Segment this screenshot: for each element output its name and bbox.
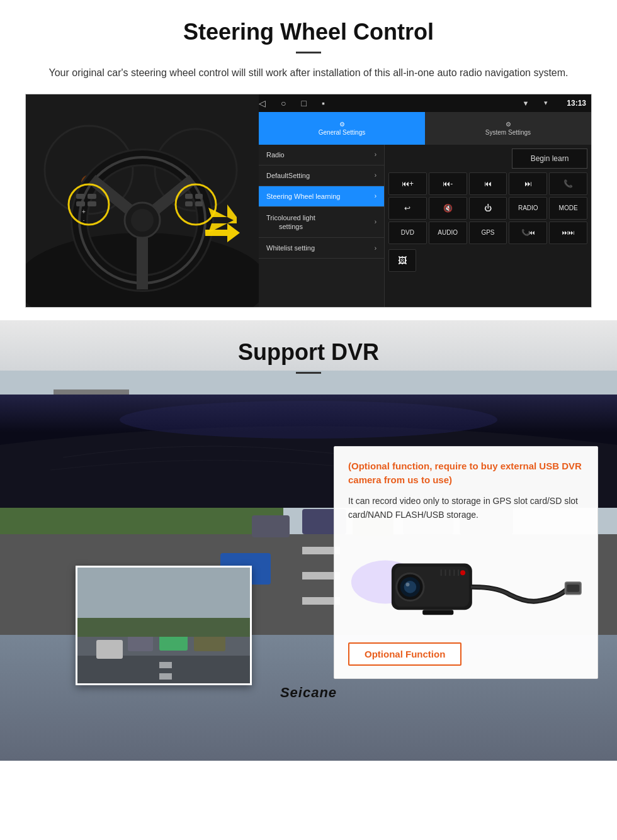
signal-icon: ▼ [522,99,529,107]
back-nav-icon[interactable]: ◁ [259,98,266,108]
menu-item-radio[interactable]: Radio › [259,145,384,165]
svg-rect-14 [76,194,85,199]
ctrl-btn-extra[interactable]: 🖼 [388,249,416,272]
svg-rect-64 [567,585,579,592]
settings-menu-panel: Radio › DefaultSetting › Steering Wheel … [259,145,385,307]
menu-item-whitelist-setting[interactable]: Whitelist setting › [259,238,384,259]
ctrl-btn-dvd[interactable]: DVD [388,221,427,244]
svg-rect-48 [194,636,225,651]
tab-system-settings[interactable]: ⚙ System Settings [425,112,591,145]
svg-text:+: + [82,208,86,215]
svg-rect-16 [76,201,85,206]
ctrl-btn-call-prev[interactable]: 📞⏮ [509,221,547,244]
svg-rect-15 [88,194,96,199]
svg-rect-49 [96,640,123,659]
general-settings-label: General Settings [319,129,366,136]
home-nav-icon[interactable]: ○ [281,98,286,108]
settings-tabs: ⚙ General Settings ⚙ System Settings [259,112,591,145]
begin-learn-row: Begin learn [388,148,587,169]
dvr-description: It can record video only to storage in G… [348,494,584,522]
menu-item-steering-wheel-learning[interactable]: Steering Wheel learning › [259,186,384,207]
svg-rect-24 [195,201,203,206]
ctrl-btn-gps[interactable]: GPS [469,221,507,244]
chevron-icon: › [375,172,376,179]
svg-rect-50 [77,618,252,637]
svg-rect-45 [159,673,172,680]
button-panel: Begin learn ⏮+ ⏮- ⏮ ⏭ 📞 ↩ 🔇 ⏻ RADIO MODE [385,145,591,307]
dvr-info-box: (Optional function, require to buy exter… [334,446,598,680]
system-settings-label: System Settings [485,129,531,136]
menu-item-tricoloured-light[interactable]: Tricoloured lightsettings › [259,207,384,238]
svg-point-56 [404,581,417,593]
ctrl-btn-next[interactable]: ⏭ [509,172,547,195]
seicane-brand: Seicane [280,685,337,701]
menu-item-default-setting[interactable]: DefaultSetting › [259,165,384,186]
dashboard-reflection [0,395,617,432]
android-ui-panel: ◁ ○ □ ▪ ▼ ▾ 13:13 ⚙ General Settings ⚙ S… [259,94,591,307]
optional-function-button[interactable]: Optional Function [348,642,461,666]
dvr-inset-svg [77,568,252,685]
dvr-title: Support DVR [25,339,592,366]
ctrl-btn-mute[interactable]: 🔇 [429,197,467,220]
ctrl-btn-fast-fwd[interactable]: ⏭⏭ [549,221,587,244]
svg-rect-35 [252,515,290,537]
steering-section: Steering Wheel Control Your original car… [0,0,617,320]
dvr-inset-screenshot [76,566,252,685]
svg-rect-23 [185,201,193,206]
tab-general-settings[interactable]: ⚙ General Settings [259,112,425,145]
svg-point-12 [131,209,154,232]
svg-rect-44 [159,662,172,668]
svg-rect-17 [88,201,96,206]
icon-row: 🖼 [388,249,587,272]
steering-wheel-image: + - [26,94,259,308]
svg-point-57 [406,583,410,586]
svg-rect-21 [185,194,193,199]
ctrl-btn-vol-down[interactable]: ⏮- [429,172,467,195]
ctrl-btn-audio[interactable]: AUDIO [429,221,467,244]
ctrl-btn-vol-up[interactable]: ⏮+ [388,172,427,195]
dvr-title-area: Support DVR [0,320,617,395]
steering-description: Your original car's steering wheel contr… [38,65,579,81]
nav-bar: ◁ ○ □ ▪ ▼ ▾ 13:13 [259,94,591,112]
title-divider [296,52,321,53]
menu-nav-icon[interactable]: ▪ [322,98,325,108]
chevron-icon: › [375,218,376,225]
dvr-divider [296,372,321,374]
svg-text:-: - [83,217,85,223]
status-time: 13:13 [567,99,586,108]
chevron-icon: › [375,151,376,158]
general-settings-icon: ⚙ [339,121,345,128]
ctrl-btn-power[interactable]: ⏻ [469,197,507,220]
optional-function-button-container: Optional Function [348,642,584,666]
svg-rect-43 [77,656,252,685]
wifi-icon: ▾ [544,99,548,107]
ctrl-btn-back[interactable]: ↩ [388,197,427,220]
dvr-section: Support DVR (Optional function, require … [0,320,617,761]
begin-learn-button[interactable]: Begin learn [512,148,587,169]
steering-composite: + - ◁ ○ □ ▪ ▼ [25,94,592,308]
chevron-icon: › [375,193,376,199]
dvr-camera-illustration [348,532,584,632]
menu-buttons-row: Radio › DefaultSetting › Steering Wheel … [259,145,591,307]
system-settings-icon: ⚙ [506,121,511,128]
page-title: Steering Wheel Control [25,19,592,45]
ctrl-btn-mode[interactable]: MODE [549,197,587,220]
chevron-icon: › [375,245,376,252]
ctrl-btn-call[interactable]: 📞 [549,172,587,195]
control-buttons-grid: ⏮+ ⏮- ⏮ ⏭ 📞 ↩ 🔇 ⏻ RADIO MODE DVD AUDIO G… [388,172,587,244]
steering-wheel-svg: + - [26,94,259,308]
recents-nav-icon[interactable]: □ [301,98,306,108]
svg-rect-66 [422,610,453,615]
svg-point-65 [460,571,465,576]
ctrl-btn-prev[interactable]: ⏮ [469,172,507,195]
ctrl-btn-radio[interactable]: RADIO [509,197,547,220]
svg-rect-22 [195,194,203,199]
dvr-camera-svg [348,532,584,632]
dvr-optional-text: (Optional function, require to buy exter… [348,459,584,488]
